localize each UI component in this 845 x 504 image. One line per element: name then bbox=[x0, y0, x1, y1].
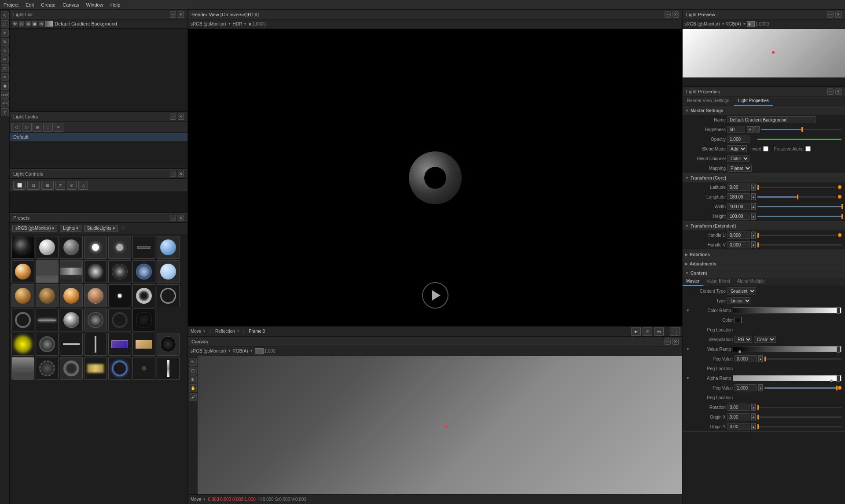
preset-white-dot[interactable] bbox=[84, 236, 107, 259]
preset-warm-rect[interactable] bbox=[132, 333, 155, 356]
list-icon-rect[interactable]: ▭ bbox=[39, 21, 44, 26]
tool-question[interactable]: ? bbox=[1, 108, 9, 116]
brightness-plus-btn[interactable]: + bbox=[747, 126, 753, 132]
preset-dark-sphere[interactable] bbox=[84, 309, 107, 331]
canvas-tool-select[interactable]: ▢ bbox=[189, 367, 197, 375]
tool-hdr2[interactable]: HDR bbox=[1, 99, 9, 107]
prop-origin-x-input[interactable] bbox=[727, 413, 749, 420]
ctrl-btn-rect3[interactable]: ⊞ bbox=[41, 181, 54, 190]
origin-y-spin[interactable]: ▲ bbox=[751, 423, 756, 430]
width-slider[interactable] bbox=[757, 206, 841, 207]
looks-item-default[interactable]: Default bbox=[10, 133, 187, 141]
preset-dark-fill[interactable] bbox=[132, 309, 155, 331]
preset-blue-spot[interactable] bbox=[132, 260, 155, 283]
preview-channel[interactable]: RGB(A) ▾ bbox=[726, 22, 745, 26]
latitude-reset[interactable] bbox=[838, 185, 841, 189]
preset-h-line2[interactable] bbox=[60, 333, 83, 356]
prop-latitude-input[interactable] bbox=[727, 184, 749, 191]
prop-mapping-select[interactable]: Planar bbox=[727, 165, 752, 172]
alpha-peg-reset[interactable] bbox=[838, 386, 841, 390]
canvas-value-btn[interactable] bbox=[255, 348, 264, 354]
presets-color-mode[interactable]: sRGB (gbMonitor) ▾ bbox=[12, 225, 57, 232]
looks-btn-back[interactable]: ◁ bbox=[11, 123, 21, 132]
preset-room-thumb[interactable] bbox=[11, 357, 34, 380]
list-icon-box[interactable]: □ bbox=[19, 21, 24, 26]
preset-white-ring[interactable] bbox=[132, 284, 155, 307]
ctrl-btn-rect1[interactable]: ⬜ bbox=[13, 181, 26, 190]
color-ramp-toggle[interactable]: ▼ bbox=[686, 309, 690, 313]
play-stop-btn[interactable]: ↺ bbox=[643, 327, 652, 336]
list-icon-eye[interactable]: 👁 bbox=[12, 21, 18, 26]
preset-room-scene2[interactable] bbox=[60, 260, 83, 283]
preset-warm-spot[interactable] bbox=[60, 284, 83, 307]
prop-interp-mode-select[interactable]: RGB bbox=[735, 336, 752, 343]
presets-category[interactable]: Lights ▾ bbox=[60, 225, 81, 232]
prop-alpha-peg-value-input[interactable] bbox=[735, 384, 757, 391]
canvas-tool-pan[interactable]: ✋ bbox=[189, 384, 197, 392]
prop-opacity-input[interactable] bbox=[727, 136, 749, 143]
preset-peach-spot[interactable] bbox=[84, 284, 107, 307]
longitude-slider[interactable] bbox=[757, 196, 836, 198]
value-ramp-bar[interactable] bbox=[733, 346, 841, 352]
ramp-settings-btn[interactable] bbox=[837, 308, 840, 314]
preset-warm-blur[interactable] bbox=[84, 357, 107, 380]
preset-gray-ring[interactable] bbox=[11, 309, 34, 331]
alpha-ramp-settings[interactable] bbox=[837, 375, 840, 382]
prop-handle-u-input[interactable] bbox=[727, 232, 749, 239]
origin-x-slider[interactable] bbox=[757, 416, 841, 418]
presets-minimize[interactable]: — bbox=[170, 215, 176, 221]
handle-u-slider[interactable] bbox=[757, 235, 836, 236]
tool-arrow[interactable]: ↖ bbox=[1, 11, 9, 19]
alpha-ramp-toggle[interactable]: ▼ bbox=[686, 376, 690, 380]
tool-eraser[interactable]: ◻ bbox=[1, 64, 9, 72]
light-controls-minimize[interactable]: — bbox=[170, 171, 176, 177]
invert-checkbox[interactable] bbox=[763, 146, 768, 151]
canvas-move-dropdown[interactable]: Move ▾ bbox=[191, 497, 205, 502]
preset-warm-fill[interactable] bbox=[36, 284, 59, 307]
prop-longitude-input[interactable] bbox=[727, 193, 749, 200]
canvas-tool-arrow[interactable]: ↖ bbox=[189, 358, 197, 366]
preset-h-line[interactable] bbox=[36, 309, 59, 331]
preset-black-orb[interactable] bbox=[11, 236, 34, 259]
preset-dark-spot[interactable] bbox=[108, 284, 131, 307]
render-reflection-dropdown[interactable]: Reflection ▾ bbox=[215, 329, 239, 334]
preset-white-vert[interactable] bbox=[157, 357, 180, 380]
preset-dark-dot[interactable] bbox=[132, 357, 155, 380]
canvas-tool-zoom[interactable]: ⊕ bbox=[189, 375, 197, 383]
menu-item-edit[interactable]: Edit bbox=[26, 2, 34, 7]
color-ramp-bar[interactable] bbox=[733, 307, 841, 313]
preset-gray-ring2[interactable] bbox=[60, 357, 83, 380]
render-view-minimize[interactable]: — bbox=[665, 11, 671, 18]
ctrl-btn-rotate[interactable]: ↺ bbox=[55, 181, 65, 190]
preset-v-line[interactable] bbox=[84, 333, 107, 356]
looks-btn-grid[interactable]: ⊞ bbox=[33, 123, 42, 132]
presets-close[interactable]: ✕ bbox=[178, 215, 184, 221]
content-tab-master[interactable]: Master bbox=[683, 277, 703, 286]
master-settings-header[interactable]: ▼ Master Settings bbox=[683, 106, 845, 115]
value-ramp-toggle[interactable]: ▼ bbox=[686, 347, 690, 351]
origin-y-slider[interactable] bbox=[757, 426, 841, 427]
preset-gear2[interactable] bbox=[36, 357, 59, 380]
preset-gear-light[interactable] bbox=[36, 333, 59, 356]
props-close[interactable]: ✕ bbox=[835, 88, 841, 95]
longitude-spin-up[interactable]: ▲ bbox=[751, 193, 756, 200]
preset-light-sphere[interactable] bbox=[157, 236, 180, 259]
menu-item-create[interactable]: Create bbox=[41, 2, 55, 7]
light-looks-close[interactable]: ✕ bbox=[178, 114, 184, 120]
tab-render-view-settings[interactable]: Render View Settings bbox=[683, 96, 734, 106]
alpha-peg-spin[interactable]: ▲ bbox=[758, 384, 763, 391]
content-tab-value-blend[interactable]: Value Blend bbox=[703, 277, 734, 286]
value-ramp-settings[interactable] bbox=[837, 346, 840, 353]
render-view-close[interactable]: ✕ bbox=[672, 11, 679, 18]
prop-brightness-input[interactable] bbox=[727, 126, 745, 133]
canvas-minimize[interactable]: — bbox=[665, 338, 671, 345]
ctrl-btn-dots[interactable]: ⊙ bbox=[67, 181, 77, 190]
brightness-slider[interactable] bbox=[761, 129, 841, 130]
latitude-slider[interactable] bbox=[757, 187, 836, 188]
height-slider[interactable] bbox=[757, 216, 841, 217]
tool-select[interactable]: ▢ bbox=[1, 20, 9, 28]
play-step-btn[interactable]: ⏮ bbox=[654, 327, 664, 336]
light-controls-close[interactable]: ✕ bbox=[178, 171, 184, 177]
canvas-color-mode[interactable]: sRGB (gbMonitor) ▾ bbox=[191, 349, 230, 353]
alpha-peg-slider[interactable] bbox=[764, 387, 836, 389]
